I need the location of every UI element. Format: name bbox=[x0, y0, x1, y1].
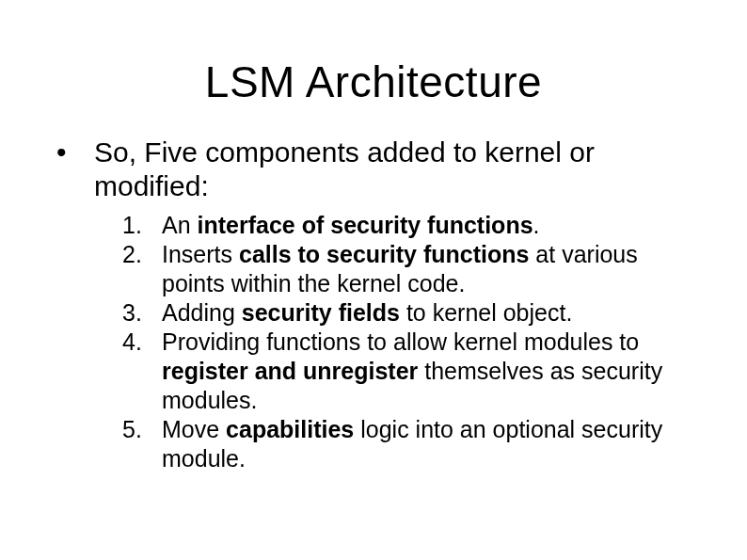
item-number: 1. bbox=[122, 211, 162, 240]
list-item: 2. Inserts calls to security functions a… bbox=[122, 240, 691, 298]
list-item: 4. Providing functions to allow kernel m… bbox=[122, 328, 691, 415]
item-pre: Adding bbox=[162, 299, 242, 326]
item-post: to kernel object. bbox=[400, 299, 572, 326]
list-item: 5. Move capabilities logic into an optio… bbox=[122, 415, 691, 473]
item-bold: register and unregister bbox=[162, 358, 418, 384]
item-body: Move capabilities logic into an optional… bbox=[162, 415, 691, 473]
bullet-icon: • bbox=[56, 136, 94, 169]
item-bold: interface of security functions bbox=[198, 212, 533, 238]
item-bold: calls to security functions bbox=[239, 241, 529, 267]
list-item: 3. Adding security fields to kernel obje… bbox=[122, 298, 691, 328]
numbered-list: 1. An interface of security functions. 2… bbox=[122, 211, 691, 473]
item-body: Adding security fields to kernel object. bbox=[162, 298, 691, 328]
item-body: Providing functions to allow kernel modu… bbox=[162, 328, 691, 415]
item-pre: An bbox=[162, 212, 198, 238]
item-bold: capabilities bbox=[226, 416, 354, 442]
item-post: . bbox=[533, 212, 540, 238]
main-bullet: • So, Five components added to kernel or… bbox=[56, 136, 691, 203]
item-body: Inserts calls to security functions at v… bbox=[162, 240, 691, 298]
item-body: An interface of security functions. bbox=[162, 211, 691, 240]
item-pre: Move bbox=[162, 416, 226, 442]
item-pre: Inserts bbox=[162, 241, 239, 267]
item-bold: security fields bbox=[242, 299, 400, 326]
item-number: 5. bbox=[122, 415, 162, 444]
item-pre: Providing functions to allow kernel modu… bbox=[162, 328, 639, 355]
item-number: 3. bbox=[122, 298, 162, 328]
item-number: 4. bbox=[122, 328, 162, 357]
slide: LSM Architecture • So, Five components a… bbox=[0, 0, 747, 560]
item-number: 2. bbox=[122, 240, 162, 269]
main-bullet-text: So, Five components added to kernel or m… bbox=[94, 136, 691, 203]
slide-title: LSM Architecture bbox=[56, 56, 691, 107]
list-item: 1. An interface of security functions. bbox=[122, 211, 691, 240]
